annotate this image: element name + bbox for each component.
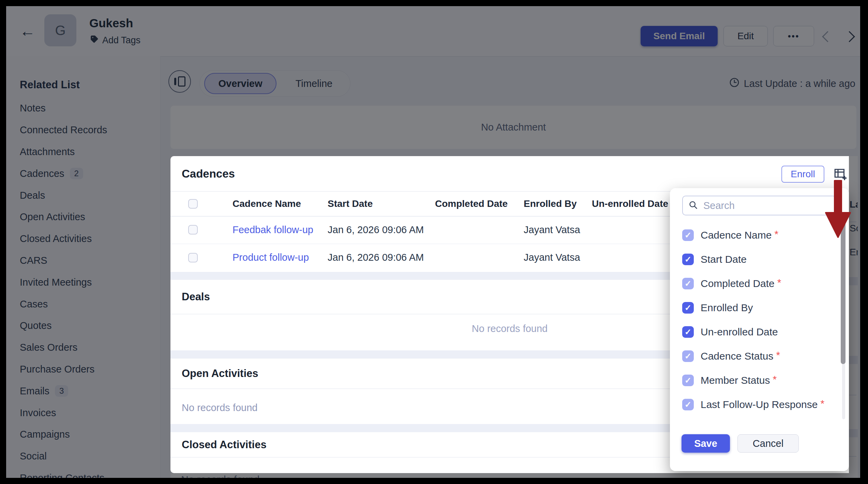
- popup-search-box[interactable]: [682, 196, 836, 215]
- field-option-cadence-name[interactable]: ✓ Cadence Name*: [682, 225, 782, 245]
- field-option-enrolled-by[interactable]: ✓ Enrolled By: [682, 298, 760, 318]
- select-all-checkbox[interactable]: [188, 199, 198, 209]
- row-checkbox[interactable]: [188, 225, 198, 235]
- checkbox-checked-icon[interactable]: ✓: [682, 375, 694, 386]
- checkbox-checked-icon[interactable]: ✓: [682, 302, 694, 314]
- open-activities-empty-text: No records found: [182, 402, 257, 413]
- checkbox-checked-icon[interactable]: ✓: [682, 350, 694, 362]
- popup-scrollbar-thumb[interactable]: [841, 220, 845, 364]
- checkbox-checked-icon[interactable]: ✓: [682, 278, 694, 289]
- manage-columns-icon[interactable]: [833, 167, 848, 181]
- search-icon: [688, 200, 698, 211]
- field-option-start-date[interactable]: ✓ Start Date: [682, 249, 753, 270]
- search-input[interactable]: [703, 200, 830, 212]
- checkbox-checked-icon[interactable]: ✓: [682, 326, 694, 338]
- cadences-section-header: Cadences: [170, 156, 849, 192]
- checkbox-checked-icon[interactable]: ✓: [682, 254, 694, 265]
- field-option-member-status[interactable]: ✓ Member Status*: [682, 370, 781, 391]
- cadence-link[interactable]: Feedbak follow-up: [233, 224, 313, 236]
- field-option-completed-date[interactable]: ✓ Completed Date*: [682, 273, 785, 294]
- checkbox-checked-icon[interactable]: ✓: [682, 229, 694, 241]
- checkbox-checked-icon[interactable]: ✓: [682, 399, 694, 410]
- enroll-button[interactable]: Enroll: [781, 166, 824, 183]
- field-option-cadence-status[interactable]: ✓ Cadence Status*: [682, 346, 784, 366]
- field-option-last-follow-up-response[interactable]: ✓ Last Follow-Up Response*: [682, 394, 828, 415]
- save-button[interactable]: Save: [682, 434, 730, 453]
- row-checkbox[interactable]: [188, 253, 198, 262]
- field-option-unenrolled-date[interactable]: ✓ Un-enrolled Date: [682, 322, 785, 342]
- cadence-link[interactable]: Product follow-up: [233, 252, 309, 263]
- cancel-button[interactable]: Cancel: [737, 434, 799, 453]
- tutorial-arrow-icon: [820, 180, 856, 240]
